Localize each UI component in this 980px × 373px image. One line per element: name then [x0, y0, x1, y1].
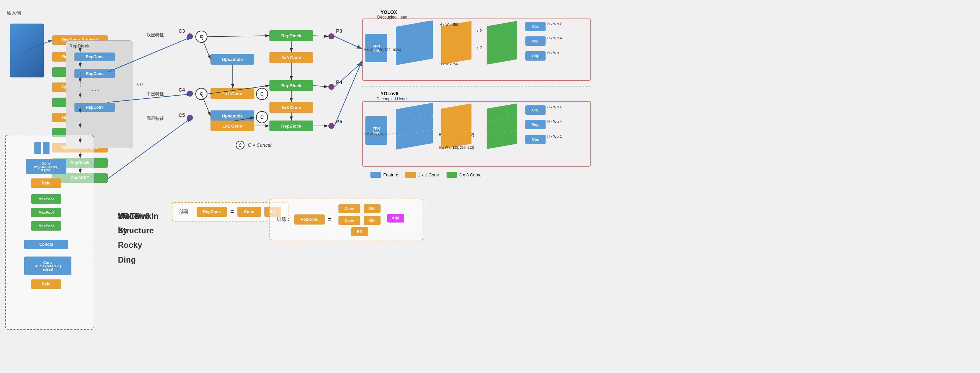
yolox-obj-dim: H x W x 1 — [547, 51, 562, 55]
legend: Feature 1 x 1 Conv. 3 x 3 Conv. — [371, 172, 481, 178]
train-conv1: Conv — [339, 204, 360, 213]
concat-c4: C — [195, 88, 207, 100]
input-box — [10, 24, 44, 78]
yolov6-dim3: H x W x [128, 256, 512] — [439, 146, 474, 149]
neck-repblock-p5: RepBlock — [269, 121, 313, 131]
c3-label: C3 — [178, 28, 185, 34]
c5-label: C5 — [178, 112, 185, 118]
dot-p3 — [187, 33, 193, 40]
train-add: Add — [387, 214, 404, 222]
dot-p3-out — [328, 33, 334, 40]
yolox-reg-dim: H x W x 4 — [547, 37, 562, 40]
deploy-label: 部署： — [179, 209, 193, 215]
simspf-detail-box: Conv W:[256x512x1x1] B:[256] Relu MaxPoo… — [5, 135, 94, 330]
simspf-concat: Concat — [24, 240, 68, 249]
simspf-relu1: Relu — [31, 178, 61, 188]
dot-p4-out — [328, 84, 334, 90]
yolox-title: YOLOX — [380, 10, 397, 15]
train-bn2: BN — [364, 216, 380, 225]
neck-1x1conv-c4: 1x1 Conv — [210, 88, 254, 99]
deploy-repconv: RepConv — [197, 207, 227, 217]
legend-1x1-label: 1 x 1 Conv. — [418, 172, 440, 178]
yolox-dim3: H x W x 256 — [439, 62, 458, 66]
neck-repblock-p3: RepBlock — [269, 30, 313, 41]
train-bn3: BN — [351, 227, 368, 236]
simspf-maxpool1: MaxPool — [31, 194, 61, 204]
rb-internal-rcn: RepConv — [75, 103, 115, 112]
svg-line-32 — [334, 60, 362, 126]
yolov6-head-subtitle: Decoupled Head — [377, 97, 406, 101]
p4-label: P4 — [336, 79, 342, 85]
neck-upsample1: Upsample — [210, 54, 254, 65]
yolox-cls-dim: H x W x C — [547, 22, 562, 26]
c5-sublabel: 高层特征 — [146, 116, 164, 122]
dot-p5 — [187, 115, 193, 121]
yolox-x2-2: x 2 — [477, 46, 482, 50]
neck-1x1conv-c5: 1x1 Conv — [210, 121, 254, 131]
yolox-dim2: H x W x 256 — [439, 23, 458, 27]
svg-line-28 — [313, 86, 328, 87]
p5-label: P5 — [336, 119, 342, 124]
concat-c3: C — [195, 31, 207, 43]
simspf-conv2: Conv W:[512x1024x1x1] B:[512] — [24, 257, 72, 275]
yolov6-cls-dim: H x W x C — [547, 105, 562, 109]
c4-sublabel: 中层特征 — [146, 91, 164, 97]
simspf-relu2: Relu — [31, 279, 61, 289]
concat-legend: C C = Concat — [236, 141, 271, 149]
simspf-maxpool2: MaxPool — [31, 208, 61, 217]
yolov6-obj: Obj. — [525, 135, 546, 144]
yolox-obj: Obj. — [525, 51, 546, 60]
yolov6-dim1: H x W x [128, 256, 512] — [364, 132, 399, 136]
yolox-cls: Cls. — [525, 22, 546, 31]
yolox-reg: Reg. — [525, 37, 546, 46]
yolov6-head-title: YOLov6 — [380, 91, 398, 96]
simspf-maxpool3: MaxPool — [31, 221, 61, 230]
main-canvas: 输入侧 RepConv, Stride=2 RepConv, Stride=2 … — [0, 0, 980, 373]
train-conv2: Conv — [339, 216, 360, 225]
dot-p5-out — [328, 123, 334, 129]
input-label: 输入侧 — [7, 10, 21, 16]
yolov6-reg: Reg. — [525, 120, 546, 129]
dot-p4 — [187, 90, 193, 97]
neck-upsample2: Upsample — [210, 110, 254, 121]
neck-repblock-p4: RepBlock — [269, 80, 313, 91]
yolov6-reg-dim: H x W x 4 — [547, 120, 562, 124]
rb-internal-rc1: RepConv — [75, 52, 115, 61]
svg-line-27 — [313, 36, 328, 37]
svg-line-30 — [334, 37, 362, 49]
concat-c4b: C — [256, 111, 268, 123]
yolov6-cls: Cls. — [525, 105, 546, 115]
legend-3x3-label: 3 x 3 Conv. — [459, 172, 481, 178]
yolox-x2-1: x 2 — [477, 29, 482, 33]
yolov6-obj-dim: H x W x 1 — [547, 135, 562, 138]
deploy-conv: Conv — [237, 207, 261, 217]
legend-feature-color — [371, 172, 381, 178]
simspf-conv1: Conv W:[256x512x1x1] B:[256] — [26, 159, 66, 174]
train-label: 训练： — [277, 216, 291, 222]
p3-label: P3 — [336, 28, 342, 34]
rb-internal-rc2: RepConv — [75, 69, 115, 78]
svg-line-15 — [207, 36, 269, 37]
concat-c5: C — [256, 88, 268, 100]
legend-1x1-color — [405, 172, 416, 178]
neck-3x3conv-p4: 3x3 Conv — [269, 102, 313, 113]
train-bn1: BN — [364, 204, 380, 213]
yolox-dim1: H x W x [256, 512, 1024] — [364, 48, 401, 52]
legend-feature-label: Feature — [383, 172, 398, 178]
yolov6-fpn: FPNfeat. — [365, 116, 387, 145]
neck-3x3conv-p3: 3x3 Conv — [269, 52, 313, 63]
c4-label: C4 — [178, 87, 185, 92]
repblock-internal: RepBlock RepConv RepConv ...... RepConv … — [66, 40, 133, 148]
divider — [362, 86, 591, 87]
title3: WeThinkIn — [118, 209, 159, 223]
train-section: 训练： RepConv = Conv BN Conv BN BN Add — [269, 198, 423, 240]
train-repconv: RepConv — [294, 214, 325, 225]
legend-3x3-color — [447, 172, 457, 178]
c3-sublabel: 浅层特征 — [146, 32, 164, 38]
